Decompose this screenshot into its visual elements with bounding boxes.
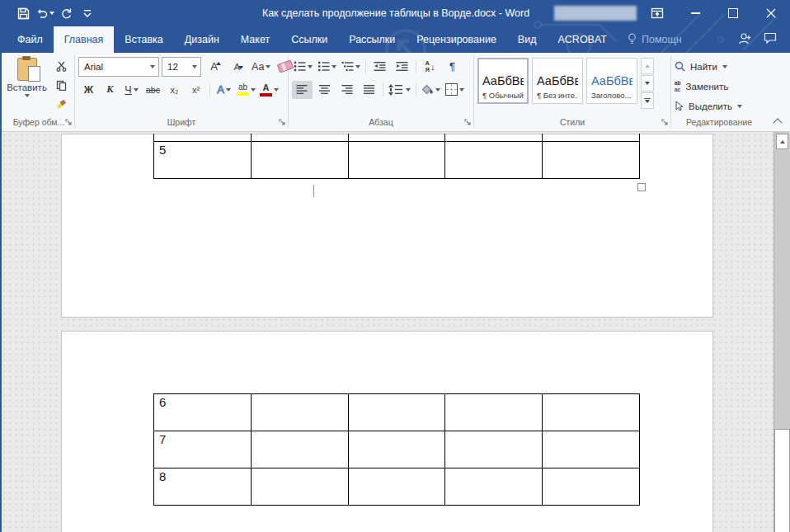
table-cell[interactable] <box>348 431 445 468</box>
font-size-combo[interactable]: 12 <box>162 57 201 77</box>
numbering-button[interactable] <box>316 58 338 76</box>
table-cell[interactable]: 5 <box>154 142 252 179</box>
multilevel-list-button[interactable] <box>340 58 362 76</box>
style-card-normal[interactable]: АаБбВв ¶ Обычный <box>477 58 529 104</box>
document-table-2[interactable]: 6 7 8 <box>153 393 640 506</box>
underline-dropdown-arrow[interactable] <box>134 88 139 92</box>
paragraph-dialog-launcher[interactable] <box>464 118 472 128</box>
text-effects-button[interactable]: А <box>214 81 234 99</box>
sort-button[interactable]: АЯ ↓ <box>420 58 440 76</box>
shading-dropdown-arrow[interactable] <box>435 88 440 92</box>
table-cell[interactable] <box>543 431 640 468</box>
shrink-font-button[interactable]: А <box>227 58 247 76</box>
maximize-button[interactable] <box>714 0 752 26</box>
paste-button[interactable]: Вставить <box>7 57 47 97</box>
table-cell[interactable] <box>251 142 348 179</box>
table-cell[interactable]: 7 <box>154 431 252 468</box>
align-center-button[interactable] <box>314 81 335 99</box>
multilevel-dropdown-arrow[interactable] <box>355 65 360 68</box>
table-cell[interactable] <box>445 394 543 431</box>
document-table-1[interactable]: 5 <box>153 134 640 179</box>
font-dialog-launcher[interactable] <box>279 118 286 128</box>
table-cell[interactable] <box>445 142 543 179</box>
font-color-dropdown-arrow[interactable] <box>274 88 279 92</box>
table-cell[interactable] <box>251 134 348 142</box>
styles-dialog-launcher[interactable] <box>661 118 669 128</box>
italic-button[interactable]: К <box>100 81 120 99</box>
line-spacing-dropdown-arrow[interactable] <box>406 88 411 92</box>
redo-button[interactable] <box>56 3 76 23</box>
select-button[interactable]: Выделить <box>675 97 742 115</box>
tab-insert[interactable]: Вставка <box>114 26 173 53</box>
table-row[interactable]: 7 <box>154 431 640 468</box>
copy-button[interactable] <box>51 77 71 94</box>
tab-file[interactable]: Файл <box>7 26 54 53</box>
undo-button[interactable] <box>35 3 54 23</box>
vertical-scrollbar[interactable] <box>774 132 790 532</box>
table-resize-handle[interactable] <box>637 183 646 191</box>
decrease-indent-button[interactable] <box>369 58 390 76</box>
font-size-dropdown-arrow[interactable] <box>192 65 197 68</box>
tab-design[interactable]: Дизайн <box>174 26 230 53</box>
table-cell[interactable] <box>251 431 348 468</box>
table-cell[interactable] <box>251 468 348 506</box>
document-page-2[interactable]: 6 7 8 <box>61 331 713 532</box>
format-painter-button[interactable] <box>51 96 71 113</box>
tab-layout[interactable]: Макет <box>230 26 280 53</box>
tell-me-assistant[interactable]: Помощн <box>618 26 692 53</box>
document-area[interactable]: 5 6 7 8 <box>2 132 790 532</box>
superscript-button[interactable]: х² <box>186 81 206 99</box>
minimize-button[interactable] <box>676 0 714 26</box>
table-cell[interactable] <box>543 468 640 506</box>
table-cell[interactable] <box>445 468 543 506</box>
table-row[interactable]: 8 <box>154 468 640 506</box>
save-button[interactable] <box>13 3 33 23</box>
scrollbar-up-button[interactable] <box>776 134 788 149</box>
table-cell[interactable] <box>348 394 445 431</box>
table-cell[interactable] <box>251 394 348 431</box>
font-color-button[interactable]: А <box>258 81 280 99</box>
align-left-button[interactable] <box>292 81 313 99</box>
increase-indent-button[interactable] <box>392 58 412 76</box>
underline-button[interactable]: Ч <box>121 81 142 99</box>
undo-dropdown-arrow[interactable] <box>49 12 54 15</box>
numbering-dropdown-arrow[interactable] <box>332 65 336 68</box>
cut-button[interactable] <box>51 58 71 75</box>
customize-qat-button[interactable] <box>78 3 97 23</box>
align-right-button[interactable] <box>336 81 357 99</box>
style-card-heading[interactable]: АаБбВв Заголово... <box>586 58 637 104</box>
text-highlight-button[interactable]: ab <box>235 81 257 99</box>
borders-button[interactable] <box>444 81 466 99</box>
styles-scroll-down-button[interactable] <box>641 75 654 92</box>
document-page-1[interactable]: 5 <box>61 134 713 318</box>
table-cell[interactable]: 6 <box>154 394 252 431</box>
tab-home[interactable]: Главная <box>54 26 115 53</box>
tab-mailings[interactable]: Рассылки <box>338 26 406 53</box>
grow-font-button[interactable]: А <box>204 58 224 76</box>
tab-review[interactable]: Рецензирование <box>406 26 507 53</box>
shading-button[interactable] <box>420 81 442 99</box>
table-cell[interactable] <box>445 134 543 142</box>
style-card-no-spacing[interactable]: АаБбВв ¶ Без инте... <box>532 58 583 104</box>
table-cell[interactable] <box>348 142 445 179</box>
scrollbar-thumb[interactable] <box>774 429 790 532</box>
justify-button[interactable] <box>359 81 379 99</box>
font-name-combo[interactable]: Arial <box>78 57 159 77</box>
tab-acrobat[interactable]: ACROBAT <box>547 26 618 53</box>
tab-view[interactable]: Вид <box>507 26 548 53</box>
clipboard-dialog-launcher[interactable] <box>65 118 73 128</box>
bullets-button[interactable] <box>292 58 314 76</box>
show-formatting-marks-button[interactable]: ¶ <box>442 58 463 76</box>
bold-button[interactable]: Ж <box>78 81 99 99</box>
change-case-button[interactable]: Аа <box>250 58 272 76</box>
comments-icon[interactable] <box>764 32 777 47</box>
table-cell[interactable] <box>543 142 640 179</box>
find-button[interactable]: Найти <box>675 58 742 75</box>
share-contact-icon[interactable] <box>738 32 752 48</box>
line-spacing-button[interactable] <box>387 81 412 99</box>
table-cell[interactable] <box>445 431 543 468</box>
styles-scroll-up-button[interactable] <box>641 58 654 74</box>
table-row[interactable]: 5 <box>154 142 640 179</box>
table-cell[interactable] <box>543 134 640 142</box>
paste-dropdown-arrow[interactable] <box>25 94 30 97</box>
